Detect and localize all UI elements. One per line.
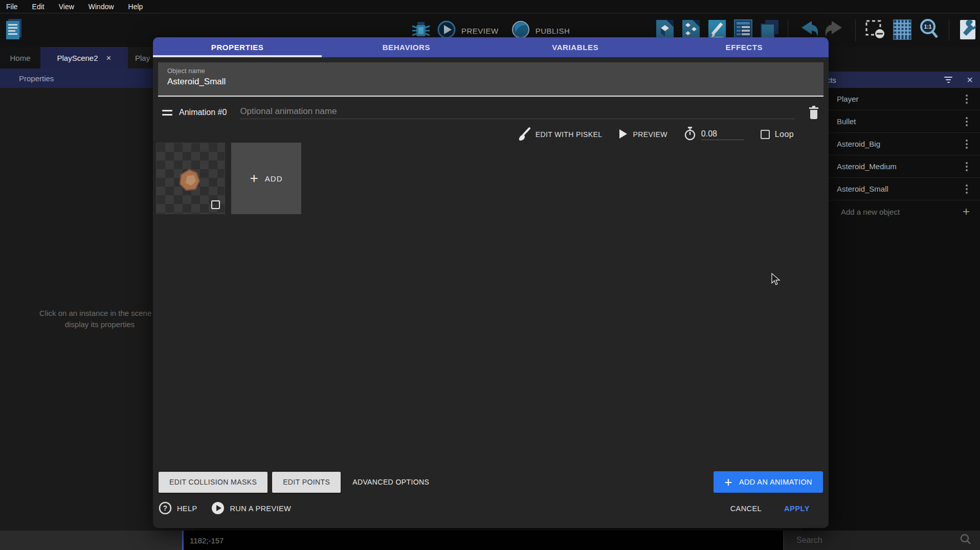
stopwatch-icon <box>684 127 696 143</box>
preview-animation-button[interactable]: PREVIEW <box>618 129 667 141</box>
object-name-label: Object name <box>167 67 814 75</box>
loop-control: Loop <box>761 130 794 139</box>
object-row-label: Asteroid_Small <box>837 185 888 193</box>
frame-time-control <box>684 127 744 143</box>
tab-playscene2[interactable]: PlayScene2 × <box>40 47 128 68</box>
edit-points-button[interactable]: EDIT POINTS <box>272 472 341 493</box>
objects-panel-header: Objects × <box>802 72 980 88</box>
animation-frames: + ADD <box>156 143 301 214</box>
properties-panel-title: Properties <box>19 74 54 83</box>
add-frame-label: ADD <box>265 174 283 183</box>
filter-icon[interactable] <box>944 77 952 83</box>
grid-icon[interactable] <box>892 18 912 42</box>
project-manager-icon[interactable] <box>4 17 24 43</box>
close-icon[interactable]: × <box>967 75 973 85</box>
mouse-cursor <box>771 273 781 288</box>
object-row-label: Bullet <box>837 117 856 126</box>
toolbar-separator <box>949 19 949 41</box>
run-preview-label: RUN A PREVIEW <box>230 505 291 513</box>
delete-animation-button[interactable] <box>808 106 819 120</box>
object-row-player[interactable]: Player <box>802 88 980 110</box>
object-row-label: Player <box>837 95 859 103</box>
animation-header: Animation #0 <box>162 104 819 121</box>
preview-button[interactable]: PREVIEW <box>461 27 499 35</box>
app-window: File Edit View Window Help <box>0 0 980 550</box>
kebab-menu-icon[interactable] <box>966 117 968 126</box>
svg-text:1:1: 1:1 <box>924 24 932 30</box>
object-row-asteroid-medium[interactable]: Asteroid_Medium <box>802 155 980 178</box>
play-circle-icon <box>211 501 225 516</box>
brush-icon <box>518 127 530 143</box>
loop-checkbox[interactable] <box>761 130 770 139</box>
object-row-asteroid-small[interactable]: Asteroid_Small <box>802 178 980 200</box>
edit-with-piskel-button[interactable]: EDIT WITH PISKEL <box>518 127 603 143</box>
apply-button[interactable]: APPLY <box>778 500 816 517</box>
kebab-menu-icon[interactable] <box>966 162 968 171</box>
menu-help[interactable]: Help <box>128 3 143 11</box>
publish-button[interactable]: PUBLISH <box>536 27 570 35</box>
tab-home[interactable]: Home <box>0 47 40 68</box>
search-box <box>784 531 980 550</box>
help-label: HELP <box>177 505 197 513</box>
cursor-coordinates: 1182;-157 <box>182 531 783 550</box>
svg-text:?: ? <box>163 504 168 512</box>
object-row-label: Asteroid_Big <box>837 140 880 148</box>
frame-time-input[interactable] <box>701 129 744 140</box>
search-icon[interactable] <box>960 533 972 547</box>
menu-bar: File Edit View Window Help <box>0 0 980 13</box>
dialog-action-row: EDIT COLLISION MASKS EDIT POINTS ADVANCE… <box>159 471 823 493</box>
add-new-object-button[interactable]: Add a new object + <box>802 200 980 223</box>
edit-with-piskel-label: EDIT WITH PISKEL <box>536 130 603 139</box>
cancel-button[interactable]: CANCEL <box>724 500 768 517</box>
properties-tools-icon[interactable] <box>957 18 978 42</box>
object-name-field: Object name <box>158 62 823 97</box>
dialog-tab-bar: PROPERTIES BEHAVIORS VARIABLES EFFECTS <box>153 37 829 57</box>
kebab-menu-icon[interactable] <box>966 140 968 149</box>
plus-icon: + <box>963 204 970 219</box>
add-animation-button[interactable]: + ADD AN ANIMATION <box>714 471 823 493</box>
add-new-object-label: Add a new object <box>841 208 900 216</box>
tab-behaviors[interactable]: BEHAVIORS <box>322 37 491 57</box>
objects-panel: Objects × Player Bullet Asteroid_Big Ast… <box>802 72 980 531</box>
help-icon: ? <box>159 501 172 516</box>
animation-controls: EDIT WITH PISKEL PREVIEW <box>153 126 829 143</box>
menu-window[interactable]: Window <box>88 3 114 11</box>
status-bar: 1182;-157 <box>0 531 980 550</box>
menu-file[interactable]: File <box>6 3 18 11</box>
dialog-footer: ? HELP RUN A PREVIEW CANCEL APPLY <box>159 500 823 517</box>
preview-animation-label: PREVIEW <box>633 130 667 139</box>
object-row-bullet[interactable]: Bullet <box>802 110 980 133</box>
drag-handle-icon[interactable] <box>162 110 172 116</box>
run-preview-button[interactable]: RUN A PREVIEW <box>211 501 291 516</box>
animation-name-input[interactable] <box>240 106 795 119</box>
menu-view[interactable]: View <box>59 3 74 11</box>
object-row-label: Asteroid_Medium <box>837 162 897 171</box>
plus-icon: + <box>250 170 258 187</box>
menu-edit[interactable]: Edit <box>32 3 44 11</box>
frame-select-checkbox[interactable] <box>211 200 220 209</box>
plus-icon: + <box>724 475 732 489</box>
tab-variables[interactable]: VARIABLES <box>491 37 660 57</box>
tab-playscene2-label: PlayScene2 <box>57 54 98 62</box>
kebab-menu-icon[interactable] <box>966 95 968 104</box>
help-button[interactable]: ? HELP <box>159 501 197 516</box>
object-row-asteroid-big[interactable]: Asteroid_Big <box>802 133 980 155</box>
add-frame-button[interactable]: + ADD <box>231 143 301 214</box>
tab-properties[interactable]: PROPERTIES <box>153 37 322 57</box>
object-name-input[interactable] <box>167 77 814 87</box>
loop-label: Loop <box>775 130 794 139</box>
toolbar-separator <box>855 19 856 41</box>
edit-collision-masks-button[interactable]: EDIT COLLISION MASKS <box>159 472 268 493</box>
object-editor-dialog: PROPERTIES BEHAVIORS VARIABLES EFFECTS O… <box>153 37 829 528</box>
tab-close-icon[interactable]: × <box>106 54 112 62</box>
tab-effects[interactable]: EFFECTS <box>660 37 829 57</box>
animation-title: Animation #0 <box>179 108 227 117</box>
kebab-menu-icon[interactable] <box>966 185 968 194</box>
zoom-reset-icon[interactable]: 1:1 <box>918 18 941 42</box>
frame-thumbnail[interactable] <box>156 143 225 214</box>
asteroid-sprite <box>177 168 202 194</box>
play-icon <box>618 129 628 141</box>
mask-selection-icon[interactable] <box>864 18 886 42</box>
search-input[interactable] <box>784 536 938 545</box>
advanced-options-button[interactable]: ADVANCED OPTIONS <box>345 472 436 493</box>
